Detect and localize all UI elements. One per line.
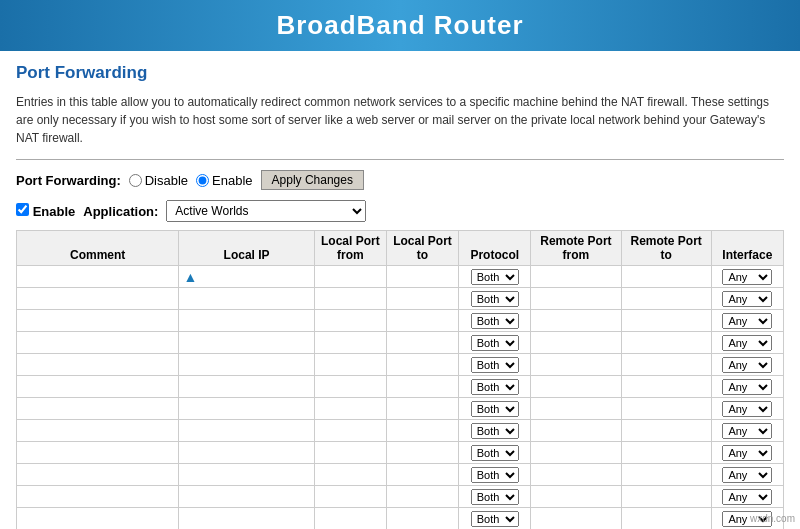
interface-select[interactable]: AnyLANWAN xyxy=(722,467,772,483)
interface-select[interactable]: AnyLANWAN xyxy=(722,335,772,351)
comment-input[interactable] xyxy=(21,469,174,481)
cell-comment[interactable] xyxy=(17,288,179,310)
cell-local-port-from[interactable] xyxy=(314,486,386,508)
local-port-from-input[interactable] xyxy=(319,403,382,415)
local-port-from-input[interactable] xyxy=(319,271,382,283)
application-select[interactable]: Active Worlds AIM Talk AOL Instant Messe… xyxy=(166,200,366,222)
interface-select[interactable]: AnyLANWAN xyxy=(722,401,772,417)
cell-remote-port-to[interactable] xyxy=(621,288,711,310)
protocol-select[interactable]: BothTCPUDP xyxy=(471,357,519,373)
protocol-select[interactable]: BothTCPUDP xyxy=(471,379,519,395)
cell-local-port-from[interactable] xyxy=(314,354,386,376)
cell-protocol[interactable]: BothTCPUDP xyxy=(459,288,531,310)
protocol-select[interactable]: BothTCPUDP xyxy=(471,335,519,351)
cell-remote-port-from[interactable] xyxy=(531,464,621,486)
cell-remote-port-to[interactable] xyxy=(621,442,711,464)
disable-option[interactable]: Disable xyxy=(129,173,188,188)
cell-local-port-to[interactable] xyxy=(386,464,458,486)
cell-local-ip[interactable] xyxy=(179,508,314,530)
local-port-from-input[interactable] xyxy=(319,491,382,503)
cell-interface[interactable]: AnyLANWAN xyxy=(711,354,783,376)
comment-input[interactable] xyxy=(21,381,174,393)
interface-select[interactable]: AnyLANWAN xyxy=(722,489,772,505)
cell-remote-port-from[interactable] xyxy=(531,288,621,310)
comment-input[interactable] xyxy=(21,447,174,459)
cell-remote-port-from[interactable] xyxy=(531,508,621,530)
protocol-select[interactable]: BothTCPUDP xyxy=(471,511,519,527)
cell-protocol[interactable]: BothTCPUDP xyxy=(459,486,531,508)
comment-input[interactable] xyxy=(21,359,174,371)
cell-remote-port-to[interactable] xyxy=(621,332,711,354)
remote-port-to-input[interactable] xyxy=(626,293,707,305)
cell-interface[interactable]: AnyLANWAN xyxy=(711,486,783,508)
cell-remote-port-to[interactable] xyxy=(621,508,711,530)
local-port-from-input[interactable] xyxy=(319,359,382,371)
interface-select[interactable]: AnyLANWAN xyxy=(722,445,772,461)
local-port-to-input[interactable] xyxy=(391,337,454,349)
cell-remote-port-from[interactable] xyxy=(531,376,621,398)
cell-protocol[interactable]: BothTCPUDP xyxy=(459,442,531,464)
cell-local-port-to[interactable] xyxy=(386,354,458,376)
cell-remote-port-to[interactable] xyxy=(621,464,711,486)
cell-local-ip[interactable] xyxy=(179,376,314,398)
remote-port-to-input[interactable] xyxy=(626,469,707,481)
interface-select[interactable]: AnyLANWAN xyxy=(722,269,772,285)
remote-port-from-input[interactable] xyxy=(535,513,616,525)
local-port-to-input[interactable] xyxy=(391,425,454,437)
cell-protocol[interactable]: BothTCPUDP xyxy=(459,266,531,288)
cell-remote-port-from[interactable] xyxy=(531,420,621,442)
cell-local-port-from[interactable] xyxy=(314,332,386,354)
cell-interface[interactable]: AnyLANWAN xyxy=(711,310,783,332)
cell-local-ip[interactable] xyxy=(179,420,314,442)
interface-select[interactable]: AnyLANWAN xyxy=(722,313,772,329)
comment-input[interactable] xyxy=(21,513,174,525)
remote-port-from-input[interactable] xyxy=(535,315,616,327)
remote-port-from-input[interactable] xyxy=(535,403,616,415)
interface-select[interactable]: AnyLANWAN xyxy=(722,357,772,373)
remote-port-to-input[interactable] xyxy=(626,447,707,459)
remote-port-from-input[interactable] xyxy=(535,293,616,305)
protocol-select[interactable]: BothTCPUDP xyxy=(471,489,519,505)
local-ip-input[interactable] xyxy=(183,491,309,503)
cell-remote-port-from[interactable] xyxy=(531,332,621,354)
cell-interface[interactable]: AnyLANWAN xyxy=(711,288,783,310)
enable-checkbox-label[interactable]: Enable xyxy=(16,203,75,219)
cell-local-ip[interactable] xyxy=(179,310,314,332)
remote-port-to-input[interactable] xyxy=(626,315,707,327)
cell-local-port-from[interactable] xyxy=(314,288,386,310)
remote-port-to-input[interactable] xyxy=(626,491,707,503)
cell-local-port-from[interactable] xyxy=(314,464,386,486)
cell-local-ip[interactable] xyxy=(179,442,314,464)
cell-local-port-from[interactable] xyxy=(314,442,386,464)
cell-interface[interactable]: AnyLANWAN xyxy=(711,464,783,486)
protocol-select[interactable]: BothTCPUDP xyxy=(471,445,519,461)
remote-port-from-input[interactable] xyxy=(535,447,616,459)
cell-protocol[interactable]: BothTCPUDP xyxy=(459,508,531,530)
local-port-from-input[interactable] xyxy=(319,337,382,349)
cell-comment[interactable] xyxy=(17,486,179,508)
local-ip-input[interactable] xyxy=(183,447,309,459)
local-ip-input[interactable] xyxy=(183,293,309,305)
cell-interface[interactable]: AnyLANWAN xyxy=(711,398,783,420)
disable-radio[interactable] xyxy=(129,174,142,187)
cell-remote-port-to[interactable] xyxy=(621,486,711,508)
remote-port-from-input[interactable] xyxy=(535,271,616,283)
cell-remote-port-to[interactable] xyxy=(621,398,711,420)
cell-remote-port-from[interactable] xyxy=(531,266,621,288)
local-port-from-input[interactable] xyxy=(319,381,382,393)
local-port-to-input[interactable] xyxy=(391,271,454,283)
local-ip-input[interactable] xyxy=(183,337,309,349)
cell-local-ip[interactable] xyxy=(179,398,314,420)
cell-remote-port-to[interactable] xyxy=(621,266,711,288)
protocol-select[interactable]: BothTCPUDP xyxy=(471,269,519,285)
comment-input[interactable] xyxy=(21,315,174,327)
cell-comment[interactable] xyxy=(17,266,179,288)
cell-comment[interactable] xyxy=(17,420,179,442)
remote-port-to-input[interactable] xyxy=(626,337,707,349)
cell-local-port-from[interactable] xyxy=(314,508,386,530)
cell-local-port-to[interactable] xyxy=(386,398,458,420)
interface-select[interactable]: AnyLANWAN xyxy=(722,423,772,439)
comment-input[interactable] xyxy=(21,403,174,415)
cell-remote-port-from[interactable] xyxy=(531,354,621,376)
remote-port-to-input[interactable] xyxy=(626,381,707,393)
